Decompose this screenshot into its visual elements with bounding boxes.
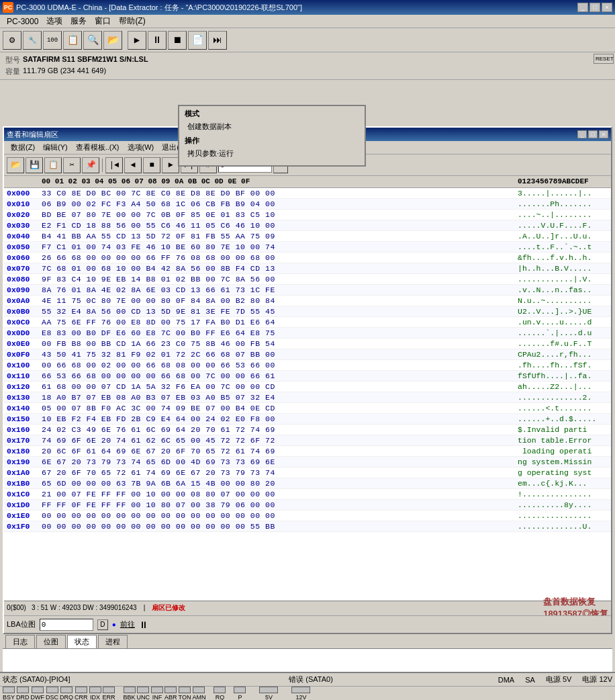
document-button[interactable]: 📄	[188, 31, 207, 50]
hex-stop-btn[interactable]: ■	[143, 157, 160, 173]
hex-row-bytes: 26 66 68 00 00 00 00 66 FF 76 08 68 00 0…	[42, 253, 515, 263]
led-p: P	[234, 687, 246, 701]
type-label: 型号	[5, 55, 20, 65]
hex-menu-view[interactable]: 查看模板..(X)	[72, 141, 124, 154]
menu-options[interactable]: 选项	[42, 14, 66, 28]
hex-prev-btn[interactable]: ◄	[124, 157, 142, 173]
hex-row[interactable]: 0x00033 C0 8E D0 BC 00 7C 8E C0 8E D8 8E…	[4, 188, 611, 199]
hex-row[interactable]: 0x0C0AA 75 6E FF 76 00 E8 8D 00 75 17 FA…	[4, 317, 611, 328]
lba-pause-btn[interactable]: ⏸	[139, 619, 148, 630]
hex-row[interactable]: 0x1D0FF FF 0F FE FF FF 00 10 80 07 00 38…	[4, 500, 611, 511]
hex-row-ascii: ..............2.	[518, 392, 608, 402]
play-button[interactable]: ▶	[128, 31, 146, 50]
hex-row[interactable]: 0x0F043 50 41 75 32 81 F9 02 01 72 2C 66…	[4, 349, 611, 360]
hex-row-ascii: ......<.t.......	[518, 403, 608, 413]
hex-row[interactable]: 0x020BD BE 07 80 7E 00 00 7C 0B 0F 85 0E…	[4, 210, 611, 220]
open-button[interactable]: 📂	[103, 31, 122, 50]
hex-row-ascii: ....t..F..`.~..t	[518, 242, 608, 252]
hex-first-btn[interactable]: |◄	[105, 157, 123, 173]
action-section: 操作 拷贝参数·运行	[185, 136, 359, 160]
status-info: 3 : 51 W : 49203 DW : 3499016243	[32, 604, 137, 611]
lba-prev-label[interactable]: 前往	[120, 619, 135, 629]
reset-button[interactable]: RESET	[594, 54, 614, 64]
hex-row[interactable]: 0x0908A 76 01 8A 4E 02 8A 6E 03 CD 13 66…	[4, 285, 611, 296]
hex-row[interactable]: 0x0809F 83 C4 10 9E EB 14 B8 01 02 BB 00…	[4, 274, 611, 285]
hex-row-addr: 0x010	[7, 199, 42, 209]
hex-minimize[interactable]: _	[577, 130, 587, 138]
percent-button[interactable]: 100	[43, 31, 62, 50]
error-status-label: 错误 (SATA0)	[289, 674, 333, 685]
hex-row[interactable]: 0x0A04E 11 75 0C 80 7E 00 00 80 0F 84 8A…	[4, 296, 611, 306]
hex-row[interactable]: 0x0E000 FB B8 00 BB CD 1A 66 23 C0 75 8B…	[4, 339, 611, 349]
hex-row[interactable]: 0x17074 69 6F 6E 20 74 61 62 6C 65 00 45…	[4, 435, 611, 446]
hex-copy-btn[interactable]: 📋	[44, 157, 62, 173]
hex-row[interactable]: 0x1C021 00 07 FE FF FF 00 10 00 00 08 80…	[4, 489, 611, 500]
menu-window[interactable]: 窗口	[91, 14, 115, 28]
hex-row[interactable]: 0x0707C 68 01 00 68 10 00 B4 42 8A 56 00…	[4, 263, 611, 274]
hex-cut-btn[interactable]: ✂	[63, 157, 81, 173]
hex-row-addr: 0x160	[7, 425, 42, 435]
hex-row[interactable]: 0x14005 00 07 8B F0 AC 3C 00 74 09 BE 07…	[4, 403, 611, 414]
tab-progress[interactable]: 进程	[98, 635, 128, 648]
tab-status[interactable]: 状态	[67, 635, 97, 648]
skip-button[interactable]: ⏭	[208, 31, 227, 50]
app-icon: PC	[3, 2, 13, 13]
tab-log[interactable]: 日志	[5, 635, 35, 648]
settings-button[interactable]: ⚙	[3, 31, 21, 50]
menu-help[interactable]: 帮助(Z)	[115, 14, 149, 28]
mode-item[interactable]: 创建数据副本	[185, 120, 359, 133]
hex-row[interactable]: 0x1906E 67 20 73 79 73 74 65 6D 00 4D 69…	[4, 457, 611, 468]
search-button[interactable]: 🔍	[83, 31, 102, 50]
hex-row[interactable]: 0x11066 53 66 68 00 00 00 00 66 68 00 7C…	[4, 371, 611, 382]
close-button[interactable]: ×	[602, 3, 612, 12]
hex-row[interactable]: 0x0D0E8 83 00 B0 DF E6 60 E8 7C 00 B0 FF…	[4, 328, 611, 339]
menu-service[interactable]: 服务	[66, 14, 91, 28]
hex-save-btn[interactable]: 💾	[26, 157, 43, 173]
hex-row[interactable]: 0x18020 6C 6F 61 64 69 6E 67 20 6F 70 65…	[4, 446, 611, 457]
hex-row-addr: 0x1B0	[7, 478, 42, 488]
menu-pc3000[interactable]: PC-3000	[3, 15, 42, 28]
hex-row[interactable]: 0x06026 66 68 00 00 00 00 66 FF 76 08 68…	[4, 253, 611, 263]
hex-next-btn[interactable]: ►	[162, 157, 179, 173]
hex-menu-edit[interactable]: 编辑(Y)	[39, 141, 72, 154]
hex-row-ascii: .un.v....u.....d	[518, 317, 608, 327]
hex-row-addr: 0x050	[7, 242, 42, 252]
hex-row[interactable]: 0x1A067 20 6F 70 65 72 61 74 69 6E 67 20…	[4, 468, 611, 478]
hex-row[interactable]: 0x16024 02 C3 49 6E 76 61 6C 69 64 20 70…	[4, 425, 611, 435]
led-abr: ABR	[164, 687, 177, 701]
hex-maximize[interactable]: □	[588, 130, 598, 138]
hex-row[interactable]: 0x030E2 F1 CD 18 88 56 00 55 C6 46 11 05…	[4, 220, 611, 231]
copy-button[interactable]: 📋	[63, 31, 82, 50]
hex-row[interactable]: 0x1E000 00 00 00 00 00 00 00 00 00 00 00…	[4, 511, 611, 521]
led-dwf: DWF	[31, 687, 45, 701]
hex-row[interactable]: 0x13018 A0 B7 07 EB 08 A0 B3 07 EB 03 A0…	[4, 392, 611, 403]
hex-header: 00 01 02 03 04 05 06 07 08 09 0A 0B 0C 0…	[4, 176, 611, 188]
hex-row[interactable]: 0x10000 66 68 00 02 00 00 66 68 08 00 00…	[4, 360, 611, 371]
minimize-button[interactable]: _	[577, 3, 588, 12]
hex-row[interactable]: 0x15010 EB F2 F4 EB FD 2B C9 E4 64 00 24…	[4, 414, 611, 425]
hex-row[interactable]: 0x12061 68 00 00 07 CD 1A 5A 32 F6 EA 00…	[4, 382, 611, 392]
hex-row[interactable]: 0x040B4 41 BB AA 55 CD 13 5D 72 0F 81 FB…	[4, 231, 611, 242]
led-amn: AMN	[192, 687, 205, 701]
hex-menu-options[interactable]: 选项(W)	[124, 141, 158, 154]
hex-row[interactable]: 0x0B055 32 E4 8A 56 00 CD 13 5D 9E 81 3E…	[4, 306, 611, 317]
hex-menu-data[interactable]: 数据(Z)	[7, 141, 39, 154]
action-item[interactable]: 拷贝参数·运行	[185, 147, 359, 160]
pause-button[interactable]: ⏸	[148, 31, 167, 50]
led-ton: TON	[179, 687, 191, 701]
hex-close[interactable]: ×	[599, 130, 608, 138]
lba-nav-color-btn[interactable]: D	[97, 619, 108, 630]
hex-open-btn[interactable]: 📂	[7, 157, 24, 173]
lba-nav-input[interactable]	[40, 619, 93, 631]
hex-row[interactable]: 0x1B065 6D 00 00 00 63 7B 9A 6B 6A 15 4B…	[4, 478, 611, 489]
hex-paste-btn[interactable]: 📌	[82, 157, 99, 173]
hex-row[interactable]: 0x01006 B9 00 02 FC F3 A4 50 68 1C 06 CB…	[4, 199, 611, 210]
tools-button[interactable]: 🔧	[23, 31, 42, 50]
tab-bitmap[interactable]: 位图	[36, 635, 66, 648]
hex-row-bytes: 00 00 00 00 00 00 00 00 00 00 00 00 00 0…	[42, 511, 515, 521]
window-title: PC-3000 UDMA-E - China - [Data Extractor…	[16, 3, 577, 13]
maximize-button[interactable]: □	[589, 3, 600, 12]
stop-button[interactable]: ⏹	[168, 31, 187, 50]
hex-row[interactable]: 0x050F7 C1 01 00 74 03 FE 46 10 BE 60 80…	[4, 242, 611, 253]
hex-row[interactable]: 0x1F000 00 00 00 00 00 00 00 00 00 00 00…	[4, 521, 611, 532]
